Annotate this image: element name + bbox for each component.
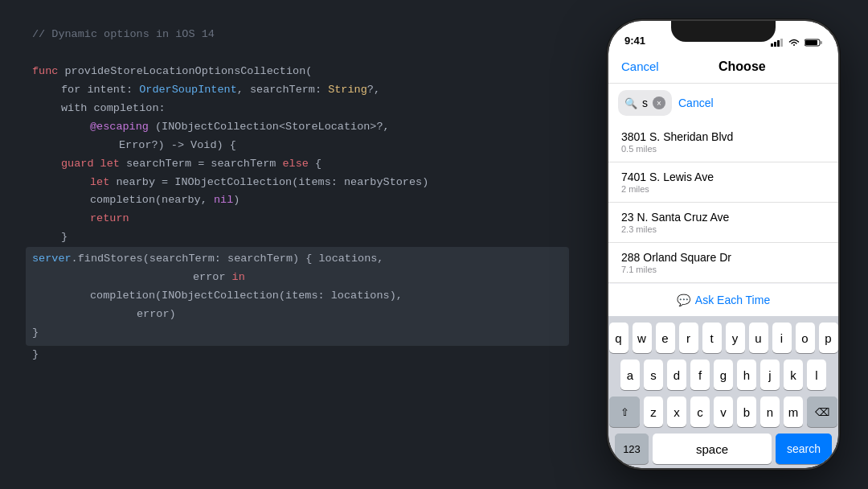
keyboard-row-2: a s d f g h j k l: [612, 360, 835, 390]
key-r[interactable]: r: [679, 323, 698, 353]
signal-icon: [771, 39, 784, 47]
keyboard-row-1: q w e r t y u i o p: [612, 323, 835, 353]
key-u[interactable]: u: [749, 323, 768, 353]
code-line-guard: guard let searchTerm = searchTerm else {: [32, 155, 563, 174]
nav-bar: Cancel Choose: [608, 50, 838, 84]
code-line-for: for intent: OrderSoupIntent, searchTerm:…: [32, 81, 563, 100]
location-name-2: 23 N. Santa Cruz Ave: [621, 211, 825, 224]
phone-wrapper: 9:41: [595, 0, 868, 489]
code-hl-line2: error in: [32, 269, 569, 287]
bubble-icon: 💬: [677, 294, 690, 306]
status-time: 9:41: [624, 35, 645, 47]
key-c[interactable]: c: [690, 397, 710, 427]
key-m[interactable]: m: [784, 397, 803, 427]
key-t[interactable]: t: [702, 323, 722, 353]
code-highlighted-block: server.findStores(searchTerm: searchTerm…: [26, 247, 569, 346]
code-panel: // Dynamic options in iOS 14 func provid…: [0, 0, 595, 489]
phone-notch: [671, 21, 776, 42]
ask-each-time-label: Ask Each Time: [695, 294, 770, 306]
ask-each-time-button[interactable]: 💬 Ask Each Time: [608, 284, 838, 316]
location-item-0[interactable]: 3801 S. Sheridan Blvd 0.5 miles: [608, 122, 838, 162]
location-name-1: 7401 S. Lewis Ave: [621, 171, 825, 183]
search-cancel-text[interactable]: Cancel: [672, 97, 714, 109]
location-list: 3801 S. Sheridan Blvd 0.5 miles 7401 S. …: [608, 122, 838, 283]
code-comment: // Dynamic options in iOS 14: [32, 26, 563, 44]
key-x[interactable]: x: [667, 397, 686, 427]
key-space[interactable]: space: [653, 434, 772, 464]
location-item-2[interactable]: 23 N. Santa Cruz Ave 2.3 miles: [608, 203, 838, 243]
key-b[interactable]: b: [737, 397, 756, 427]
code-line-completion-nearby: completion(nearby, nil): [32, 191, 563, 210]
keyboard-bottom-bar: 😊 🎤: [612, 467, 835, 468]
phone-screen: 9:41: [608, 21, 838, 468]
code-line-close-guard: }: [32, 228, 563, 247]
svg-rect-0: [771, 43, 773, 47]
location-name-3: 288 Orland Square Dr: [621, 251, 825, 264]
key-f[interactable]: f: [690, 360, 710, 390]
nav-cancel-button[interactable]: Cancel: [621, 60, 659, 73]
svg-rect-5: [805, 40, 817, 45]
key-v[interactable]: v: [714, 397, 733, 427]
battery-icon: [805, 39, 822, 47]
key-i[interactable]: i: [772, 323, 792, 353]
code-hl-line4: error): [32, 306, 569, 324]
wifi-icon: [788, 39, 800, 47]
key-a[interactable]: a: [620, 360, 640, 390]
svg-rect-2: [777, 40, 780, 47]
location-name-0: 3801 S. Sheridan Blvd: [621, 130, 825, 143]
key-h[interactable]: h: [737, 360, 756, 390]
key-d[interactable]: d: [667, 360, 686, 390]
key-s[interactable]: s: [644, 360, 663, 390]
key-y[interactable]: y: [726, 323, 745, 353]
key-w[interactable]: w: [633, 323, 652, 353]
search-bar[interactable]: 🔍 s ×: [618, 90, 672, 116]
location-item-3[interactable]: 288 Orland Square Dr 7.1 miles: [608, 243, 838, 283]
search-clear-button[interactable]: ×: [653, 97, 665, 109]
code-hl-line3: completion(INObjectCollection(items: loc…: [32, 287, 569, 306]
key-j[interactable]: j: [760, 360, 780, 390]
location-item-1[interactable]: 7401 S. Lewis Ave 2 miles: [608, 162, 838, 203]
code-line-error: Error?) -> Void) {: [32, 137, 563, 155]
key-n[interactable]: n: [760, 397, 780, 427]
keyboard-row-bottom: 123 space search: [612, 434, 835, 464]
code-line-return: return: [32, 210, 563, 228]
code-line-escaping: @escaping (INObjectCollection<StoreLocat…: [32, 118, 563, 137]
location-dist-3: 7.1 miles: [621, 265, 825, 274]
key-l[interactable]: l: [807, 360, 826, 390]
key-z[interactable]: z: [644, 397, 663, 427]
location-dist-1: 2 miles: [621, 184, 825, 194]
code-hl-close: }: [32, 324, 569, 343]
code-line-let: let nearby = INObjectCollection(items: n…: [32, 174, 563, 192]
code-line-with: with completion:: [32, 100, 563, 118]
search-icon: 🔍: [624, 97, 637, 109]
key-o[interactable]: o: [796, 323, 815, 353]
svg-rect-1: [774, 42, 776, 47]
key-shift[interactable]: ⇧: [609, 397, 640, 427]
key-k[interactable]: k: [784, 360, 803, 390]
phone: 9:41: [607, 19, 840, 470]
code-line-outer-close: }: [32, 346, 563, 364]
location-dist-0: 0.5 miles: [621, 144, 825, 154]
svg-rect-3: [780, 39, 783, 47]
key-delete[interactable]: ⌫: [807, 397, 837, 427]
keyboard-row-3: ⇧ z x c v b n m ⌫: [612, 397, 835, 427]
key-g[interactable]: g: [714, 360, 733, 390]
status-icons: [771, 39, 822, 47]
key-p[interactable]: p: [819, 323, 838, 353]
key-123[interactable]: 123: [615, 434, 649, 464]
search-input[interactable]: s: [642, 97, 648, 109]
svg-rect-6: [821, 41, 822, 44]
key-q[interactable]: q: [609, 323, 628, 353]
code-line-func: func provideStoreLocationOptionsCollecti…: [32, 63, 563, 81]
keyboard: q w e r t y u i o p a s d f g: [608, 316, 838, 468]
nav-title: Choose: [719, 60, 766, 74]
code-hl-line1: server.findStores(searchTerm: searchTerm…: [32, 250, 569, 269]
key-e[interactable]: e: [656, 323, 675, 353]
key-search[interactable]: search: [776, 434, 832, 464]
location-dist-2: 2.3 miles: [621, 224, 825, 234]
search-bar-container: 🔍 s × Cancel: [608, 84, 838, 122]
